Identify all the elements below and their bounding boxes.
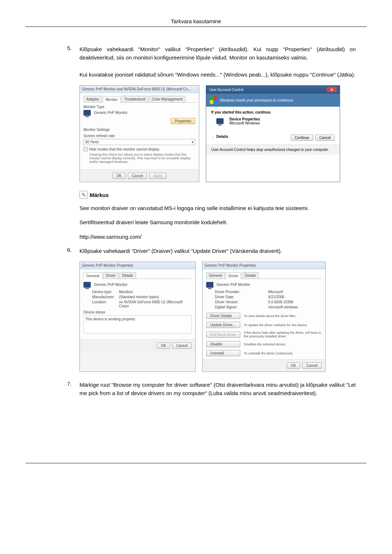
driver-date-value: 6/21/2006 (268, 295, 322, 299)
uac-title: User Account Control (209, 88, 244, 92)
uac-cancel-button[interactable]: Cancel (315, 135, 335, 141)
device-status-value: This device is working properly. (85, 317, 136, 321)
driver-device-name: Generic PnP Monitor (217, 283, 250, 287)
note-icon: ✎ (79, 191, 87, 199)
close-icon[interactable]: ✕ (327, 87, 337, 92)
ok-button[interactable]: OK (157, 342, 170, 349)
manufacturer-value: (Standard monitor types) (119, 295, 192, 299)
uninstall-button[interactable]: Uninstall (206, 350, 240, 356)
tab-details-2[interactable]: Details (242, 272, 259, 279)
note-url: http://www.samsung.com/ (79, 233, 356, 241)
step-6-text: Klõpsake vahekaardi "Driver" (Draiver) v… (79, 247, 356, 255)
uac-footer-text: User Account Control helps stop unauthor… (206, 144, 340, 155)
tab-driver[interactable]: Driver (103, 272, 119, 279)
screenshot-row-2: Generic PnP Monitor Properties General D… (79, 262, 356, 372)
uac-started-text: If you started this action, continue. (211, 110, 335, 114)
note-section: ✎ Märkus (79, 191, 356, 199)
note-paragraph-2: Sertifitseeritud draiveri leiate Samsung… (79, 218, 356, 226)
hide-modes-description: Clearing this check box allows you to se… (89, 153, 195, 164)
manufacturer-label: Manufacturer: (92, 295, 115, 299)
header-title: Tarkvara kasutamine (171, 18, 221, 24)
continue-button[interactable]: Continue (291, 135, 313, 141)
monitor-type-label: Monitor Type (83, 105, 195, 109)
cancel-button[interactable]: Cancel (172, 342, 192, 349)
chevron-down-icon: ⌄ (211, 135, 214, 139)
ok-button[interactable]: OK (113, 173, 126, 179)
device-name: Generic PnP Monitor (94, 283, 128, 287)
refresh-rate-label: Screen refresh rate: (83, 134, 195, 138)
step-5-followup: Kui kuvatakse joonisel näidatud sõnum "W… (79, 70, 356, 79)
location-value: on NVIDIA GeForce 6600 LE (Microsoft Cor… (119, 300, 192, 308)
step-5-text: Klõpsake vahekaardi "Monitor" valikut "P… (79, 45, 356, 62)
digital-signer-label: Digital Signer: (215, 305, 264, 309)
step-6-number: 6. (67, 247, 79, 255)
monitor-icon (206, 282, 213, 288)
uac-banner-text: Windows needs your permission to contion… (220, 98, 294, 102)
apply-button[interactable]: Apply (149, 173, 166, 179)
cancel-button[interactable]: Cancel (128, 173, 147, 179)
tab-general[interactable]: General (83, 272, 102, 279)
uac-device-properties: Device Properties (229, 117, 260, 121)
monitor-dialog-title: Generic PnP Monitor and NVIDIA GeForce 6… (82, 87, 191, 91)
device-icon (216, 118, 224, 124)
device-type-value: Monitors (119, 290, 192, 294)
monitor-settings-label: Monitor Settings (83, 128, 195, 132)
uac-ms-windows: Microsoft Windows (229, 121, 260, 125)
uninstall-desc: To uninstall the driver (Advanced). (244, 352, 322, 355)
footer-divider (25, 463, 367, 463)
properties-general-dialog: Generic PnP Monitor Properties General D… (79, 262, 196, 372)
driver-details-desc: To view details about the driver files. (244, 314, 322, 318)
driver-version-value: 6.0.6000.16386 (268, 300, 322, 304)
step-7: 7. Märkige ruut "Browse my computer for … (67, 381, 356, 398)
tab-adapter[interactable]: Adapter (83, 96, 102, 102)
cancel-button[interactable]: Cancel (302, 362, 322, 369)
properties-driver-dialog: Generic PnP Monitor Properties General D… (202, 262, 326, 372)
ok-button[interactable]: OK (287, 362, 300, 369)
hide-modes-label: Hide modes that this monitor cannot disp… (89, 147, 159, 151)
device-status-box: This device is working properly. (83, 315, 192, 333)
step-5-number: 5. (67, 45, 79, 79)
monitor-properties-dialog: Generic PnP Monitor and NVIDIA GeForce 6… (79, 85, 199, 182)
monitor-icon (83, 282, 91, 288)
chevron-down-icon: ▾ (192, 140, 193, 144)
device-status-label: Device status (83, 310, 192, 314)
tab-troubleshoot[interactable]: Troubleshoot (121, 96, 148, 102)
update-driver-button[interactable]: Update Driver... (206, 322, 240, 328)
monitor-name: Generic PnP Monitor (94, 111, 128, 115)
step-7-number: 7. (67, 381, 79, 398)
uac-details[interactable]: Details (216, 135, 228, 139)
disable-desc: Disables the selected device. (244, 342, 322, 346)
properties-button[interactable]: Properties (171, 118, 195, 124)
props-driver-title: Generic PnP Monitor Properties (205, 263, 256, 267)
digital-signer-value: microsoft windows (268, 305, 322, 309)
note-paragraph-1: See monitori draiver on varustatud MS-i … (79, 204, 356, 212)
driver-provider-value: Microsoft (268, 290, 322, 294)
monitor-dialog-tabs: Adapter Monitor Troubleshoot Color Manag… (83, 96, 195, 103)
device-type-label: Device type: (92, 290, 115, 294)
roll-back-button[interactable]: Roll Back Driver (206, 332, 240, 338)
driver-details-button[interactable]: Driver Details (206, 313, 240, 319)
update-driver-desc: To update the driver software for this d… (244, 323, 322, 327)
props-general-title: Generic PnP Monitor Properties (82, 263, 133, 267)
monitor-icon (83, 110, 91, 116)
page-header: Tarkvara kasutamine (25, 18, 367, 27)
refresh-rate-value: 60 Hertz (85, 140, 99, 144)
hide-modes-checkbox[interactable]: ✓ (83, 147, 87, 151)
note-title: Märkus (90, 192, 109, 198)
location-label: Location: (92, 300, 115, 308)
tab-monitor[interactable]: Monitor (103, 96, 121, 103)
step-5: 5. Klõpsake vahekaardi "Monitor" valikut… (67, 45, 356, 79)
driver-provider-label: Driver Provider: (215, 290, 264, 294)
step-6: 6. Klõpsake vahekaardi "Driver" (Draiver… (67, 247, 356, 255)
tab-details[interactable]: Details (119, 272, 136, 279)
refresh-rate-dropdown[interactable]: 60 Hertz ▾ (83, 139, 195, 145)
disable-button[interactable]: Disable (206, 341, 240, 347)
tab-general-2[interactable]: General (206, 272, 225, 279)
screenshot-row-1: Generic PnP Monitor and NVIDIA GeForce 6… (79, 85, 356, 182)
uac-dialog: User Account Control ✕ Windows needs you… (206, 85, 340, 182)
driver-version-label: Driver Version: (215, 300, 264, 304)
roll-back-desc: If the device fails after updating the d… (244, 331, 322, 338)
tab-color-management[interactable]: Color Management (149, 96, 185, 102)
tab-driver-2[interactable]: Driver (226, 272, 241, 279)
driver-date-label: Driver Date: (215, 295, 264, 299)
